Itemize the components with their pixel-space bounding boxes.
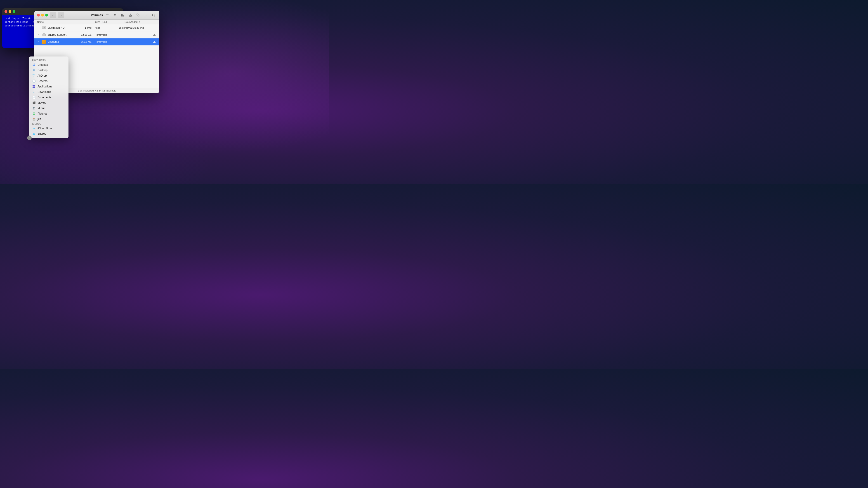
finder-search-button[interactable] xyxy=(150,12,157,18)
sidebar-item-movies[interactable]: 🎬 Movies xyxy=(29,100,68,105)
table-row[interactable]: Macintosh HD 1 byte Alias Yesterday at 1… xyxy=(34,24,159,31)
terminal-minimize-button[interactable] xyxy=(8,10,11,13)
svg-point-15 xyxy=(147,15,147,15)
row-size-untitled2: 662.8 MB xyxy=(73,40,92,43)
sidebar-item-label-shared: Shared xyxy=(37,132,46,135)
svg-point-0 xyxy=(33,76,34,77)
svg-rect-9 xyxy=(122,14,123,15)
sidebar-item-label-pictures: Pictures xyxy=(37,112,47,115)
airdrop-icon xyxy=(32,74,36,77)
sidebar-item-applications[interactable]: Applications xyxy=(29,84,68,89)
finder-share-button[interactable] xyxy=(127,12,133,18)
finder-view-grid-button[interactable] xyxy=(120,12,126,18)
movies-icon: 🎬 xyxy=(32,101,36,105)
sidebar-close-button[interactable]: ✕ xyxy=(27,135,32,140)
svg-rect-3 xyxy=(33,87,34,88)
finder-forward-button[interactable]: › xyxy=(58,12,64,18)
sidebar-item-downloads[interactable]: Downloads xyxy=(29,89,68,95)
sidebar-item-documents[interactable]: 📄 Documents xyxy=(29,95,68,100)
macintosh-hd-icon xyxy=(41,26,46,30)
finder-sidebar-popup: Favorites Dropbox 🖥 Desktop AirDrop 🕐 Re… xyxy=(29,57,68,138)
sidebar-item-label-movies: Movies xyxy=(37,101,46,104)
terminal-maximize-button[interactable] xyxy=(13,10,16,13)
sidebar-item-label-jeff: jeff xyxy=(37,118,41,121)
svg-point-5 xyxy=(33,133,35,134)
documents-icon: 📄 xyxy=(32,96,36,99)
svg-rect-19 xyxy=(42,34,46,36)
sidebar-item-dropbox[interactable]: Dropbox xyxy=(29,62,68,68)
applications-icon xyxy=(32,85,36,88)
column-header-name[interactable]: Name xyxy=(37,21,82,23)
finder-status-text: 1 of 3 selected, 42.84 GB available xyxy=(78,89,116,92)
svg-rect-11 xyxy=(122,15,123,16)
sidebar-item-label-applications: Applications xyxy=(37,85,52,88)
row-expand-untitled2[interactable]: › xyxy=(37,40,40,43)
row-eject-shared-support[interactable]: ⏏ xyxy=(152,33,157,37)
sidebar-item-label-icloud-drive: iCloud Drive xyxy=(37,127,52,130)
svg-point-16 xyxy=(145,15,145,15)
svg-rect-12 xyxy=(123,15,124,16)
terminal-close-button[interactable] xyxy=(4,10,7,13)
row-size-shared-support: 12.15 GB xyxy=(73,33,92,36)
row-name-untitled2: Untitled 2 xyxy=(48,40,72,43)
row-expand-macintosh-hd[interactable] xyxy=(37,26,40,29)
sidebar-item-recents[interactable]: 🕐 Recents xyxy=(29,78,68,84)
sidebar-item-label-music: Music xyxy=(37,107,44,110)
row-date-macintosh-hd: Yesterday at 10:36 PM xyxy=(117,26,151,29)
finder-tag-button[interactable] xyxy=(135,12,141,18)
svg-line-18 xyxy=(154,15,155,16)
row-size-macintosh-hd: 1 byte xyxy=(73,26,92,29)
sidebar-item-desktop[interactable]: 🖥 Desktop xyxy=(29,68,68,73)
finder-column-headers: Name Size Kind Date Added ▼ xyxy=(34,20,159,24)
favorites-section-label: Favorites xyxy=(29,58,68,62)
recents-icon: 🕐 xyxy=(32,79,36,83)
sidebar-item-label-airdrop: AirDrop xyxy=(37,74,47,77)
sidebar-item-label-recents: Recents xyxy=(37,79,48,83)
row-name-shared-support: Shared Support xyxy=(48,33,72,36)
sidebar-item-pictures[interactable]: 🖼 Pictures xyxy=(29,111,68,116)
finder-traffic-lights xyxy=(37,14,48,17)
shared-support-icon xyxy=(41,33,46,37)
column-header-kind: Kind xyxy=(100,21,123,23)
column-header-date[interactable]: Date Added ▼ xyxy=(123,21,157,23)
svg-rect-4 xyxy=(34,87,35,88)
sidebar-item-label-documents: Documents xyxy=(37,96,51,99)
sidebar-item-jeff[interactable]: 🏠 jeff xyxy=(29,116,68,122)
row-kind-untitled2: Removable xyxy=(93,40,116,43)
svg-rect-10 xyxy=(123,14,124,15)
sidebar-item-shared[interactable]: Shared xyxy=(29,131,68,136)
finder-back-button[interactable]: ‹ xyxy=(50,12,56,18)
icloud-section-label: iCloud xyxy=(29,122,68,126)
row-date-untitled2: -- xyxy=(117,40,151,43)
svg-point-14 xyxy=(146,15,146,15)
downloads-icon xyxy=(32,90,36,94)
row-eject-untitled2[interactable]: ⏏ xyxy=(152,40,157,43)
sidebar-item-airdrop[interactable]: AirDrop xyxy=(29,73,68,78)
table-row[interactable]: › Shared Support 12.15 GB Removable -- ⏏ xyxy=(34,31,159,38)
finder-toolbar-right xyxy=(104,12,157,18)
finder-action-button[interactable] xyxy=(143,12,149,18)
finder-close-button[interactable] xyxy=(37,14,40,17)
svg-rect-20 xyxy=(43,33,45,34)
finder-maximize-button[interactable] xyxy=(45,14,48,17)
finder-window-title: Volumes xyxy=(91,13,103,17)
row-kind-macintosh-hd: Alias xyxy=(93,26,116,29)
row-expand-shared-support[interactable]: › xyxy=(37,33,40,36)
column-header-size: Size xyxy=(82,21,100,23)
finder-view-list-button[interactable] xyxy=(104,12,111,18)
sidebar-item-label-dropbox: Dropbox xyxy=(37,63,48,66)
row-date-shared-support: -- xyxy=(117,33,151,36)
finder-minimize-button[interactable] xyxy=(41,14,44,17)
column-sort-chevron: ▼ xyxy=(138,21,141,23)
finder-view-sort-button[interactable] xyxy=(112,12,118,18)
sidebar-item-icloud-drive[interactable]: ☁ iCloud Drive xyxy=(29,126,68,131)
svg-rect-2 xyxy=(34,85,35,86)
shared-icon xyxy=(32,132,36,135)
pictures-icon: 🖼 xyxy=(32,112,36,116)
sidebar-item-label-downloads: Downloads xyxy=(37,90,51,94)
sidebar-item-music[interactable]: 🎵 Music xyxy=(29,105,68,111)
row-name-macintosh-hd: Macintosh HD xyxy=(48,26,72,29)
finder-titlebar: ‹ › Volumes xyxy=(34,11,159,20)
table-row[interactable]: › Untitled 2 662.8 MB Removable -- ⏏ xyxy=(34,38,159,45)
dropbox-icon xyxy=(32,63,36,67)
